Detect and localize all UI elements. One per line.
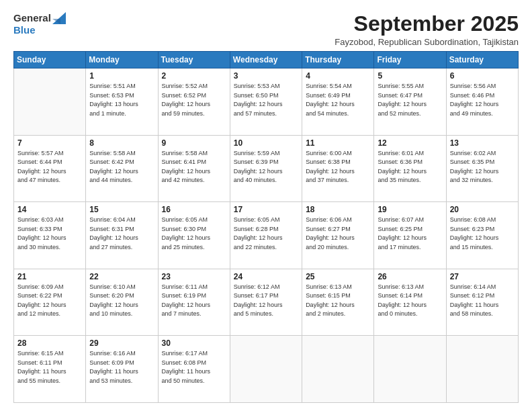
day-number: 13	[450, 138, 515, 148]
day-info: Sunrise: 6:13 AM Sunset: 6:14 PM Dayligh…	[378, 283, 442, 319]
day-info: Sunrise: 6:08 AM Sunset: 6:23 PM Dayligh…	[450, 216, 515, 252]
day-number: 21	[17, 272, 82, 281]
day-info: Sunrise: 6:12 AM Sunset: 6:17 PM Dayligh…	[234, 283, 298, 319]
header-friday: Friday	[374, 52, 446, 68]
table-row	[14, 68, 86, 136]
table-row: 27Sunrise: 6:14 AM Sunset: 6:12 PM Dayli…	[446, 269, 518, 336]
table-row	[302, 336, 374, 403]
day-info: Sunrise: 6:00 AM Sunset: 6:38 PM Dayligh…	[306, 149, 370, 185]
table-row: 7Sunrise: 5:57 AM Sunset: 6:44 PM Daylig…	[14, 135, 86, 202]
day-number: 5	[378, 71, 442, 81]
table-row: 2Sunrise: 5:52 AM Sunset: 6:52 PM Daylig…	[158, 68, 230, 136]
day-info: Sunrise: 6:06 AM Sunset: 6:27 PM Dayligh…	[306, 216, 370, 252]
table-row: 30Sunrise: 6:17 AM Sunset: 6:08 PM Dayli…	[158, 336, 230, 403]
day-number: 16	[162, 205, 226, 214]
header-sunday: Sunday	[14, 52, 86, 68]
table-row	[230, 336, 302, 403]
day-number: 1	[89, 71, 154, 81]
day-info: Sunrise: 6:05 AM Sunset: 6:28 PM Dayligh…	[234, 216, 298, 252]
header-thursday: Thursday	[302, 52, 374, 68]
logo-blue: Blue	[13, 24, 66, 36]
day-number: 22	[89, 272, 154, 281]
table-row: 21Sunrise: 6:09 AM Sunset: 6:22 PM Dayli…	[14, 269, 86, 336]
day-number: 14	[17, 205, 82, 214]
weekday-header-row: Sunday Monday Tuesday Wednesday Thursday…	[14, 52, 519, 68]
day-info: Sunrise: 5:55 AM Sunset: 6:47 PM Dayligh…	[378, 82, 442, 118]
logo-general: General	[13, 12, 51, 24]
day-number: 29	[89, 338, 154, 348]
table-row: 6Sunrise: 5:56 AM Sunset: 6:46 PM Daylig…	[446, 68, 518, 136]
logo: General Blue	[13, 12, 66, 36]
day-number: 4	[306, 71, 370, 81]
table-row: 16Sunrise: 6:05 AM Sunset: 6:30 PM Dayli…	[158, 202, 230, 269]
logo-triangle-icon	[52, 12, 66, 24]
calendar-table: Sunday Monday Tuesday Wednesday Thursday…	[13, 51, 519, 403]
header-tuesday: Tuesday	[158, 52, 230, 68]
day-number: 28	[17, 338, 82, 348]
day-number: 20	[450, 205, 515, 214]
table-row	[374, 336, 446, 403]
table-row: 24Sunrise: 6:12 AM Sunset: 6:17 PM Dayli…	[230, 269, 302, 336]
day-info: Sunrise: 5:58 AM Sunset: 6:41 PM Dayligh…	[162, 149, 226, 185]
day-number: 11	[306, 138, 370, 148]
location: Fayzobod, Republican Subordination, Taji…	[335, 37, 519, 47]
header-monday: Monday	[86, 52, 158, 68]
month-title: September 2025	[335, 12, 519, 36]
table-row: 13Sunrise: 6:02 AM Sunset: 6:35 PM Dayli…	[446, 135, 518, 202]
day-info: Sunrise: 6:15 AM Sunset: 6:11 PM Dayligh…	[17, 349, 82, 385]
table-row: 17Sunrise: 6:05 AM Sunset: 6:28 PM Dayli…	[230, 202, 302, 269]
day-info: Sunrise: 6:16 AM Sunset: 6:09 PM Dayligh…	[89, 349, 154, 385]
day-number: 24	[234, 272, 298, 281]
day-info: Sunrise: 6:14 AM Sunset: 6:12 PM Dayligh…	[450, 283, 515, 319]
day-info: Sunrise: 6:07 AM Sunset: 6:25 PM Dayligh…	[378, 216, 442, 252]
table-row: 28Sunrise: 6:15 AM Sunset: 6:11 PM Dayli…	[14, 336, 86, 403]
day-number: 12	[378, 138, 442, 148]
day-info: Sunrise: 5:54 AM Sunset: 6:49 PM Dayligh…	[306, 82, 370, 118]
day-number: 18	[306, 205, 370, 214]
day-number: 7	[17, 138, 82, 148]
day-number: 8	[89, 138, 154, 148]
table-row: 22Sunrise: 6:10 AM Sunset: 6:20 PM Dayli…	[86, 269, 158, 336]
table-row: 8Sunrise: 5:58 AM Sunset: 6:42 PM Daylig…	[86, 135, 158, 202]
day-number: 15	[89, 205, 154, 214]
table-row: 23Sunrise: 6:11 AM Sunset: 6:19 PM Dayli…	[158, 269, 230, 336]
day-info: Sunrise: 6:17 AM Sunset: 6:08 PM Dayligh…	[162, 349, 226, 385]
day-number: 25	[306, 272, 370, 281]
day-info: Sunrise: 5:56 AM Sunset: 6:46 PM Dayligh…	[450, 82, 515, 118]
day-number: 17	[234, 205, 298, 214]
header-saturday: Saturday	[446, 52, 518, 68]
table-row: 14Sunrise: 6:03 AM Sunset: 6:33 PM Dayli…	[14, 202, 86, 269]
day-info: Sunrise: 6:01 AM Sunset: 6:36 PM Dayligh…	[378, 149, 442, 185]
day-info: Sunrise: 5:59 AM Sunset: 6:39 PM Dayligh…	[234, 149, 298, 185]
day-info: Sunrise: 6:05 AM Sunset: 6:30 PM Dayligh…	[162, 216, 226, 252]
table-row: 12Sunrise: 6:01 AM Sunset: 6:36 PM Dayli…	[374, 135, 446, 202]
day-number: 30	[162, 338, 226, 348]
day-info: Sunrise: 6:02 AM Sunset: 6:35 PM Dayligh…	[450, 149, 515, 185]
day-number: 3	[234, 71, 298, 81]
header-wednesday: Wednesday	[230, 52, 302, 68]
header: General Blue September 2025 Fayzobod, Re…	[13, 12, 519, 47]
table-row: 5Sunrise: 5:55 AM Sunset: 6:47 PM Daylig…	[374, 68, 446, 136]
table-row: 25Sunrise: 6:13 AM Sunset: 6:15 PM Dayli…	[302, 269, 374, 336]
day-number: 9	[162, 138, 226, 148]
day-number: 19	[378, 205, 442, 214]
table-row: 9Sunrise: 5:58 AM Sunset: 6:41 PM Daylig…	[158, 135, 230, 202]
title-section: September 2025 Fayzobod, Republican Subo…	[335, 12, 519, 47]
day-number: 26	[378, 272, 442, 281]
day-number: 23	[162, 272, 226, 281]
day-number: 27	[450, 272, 515, 281]
page: General Blue September 2025 Fayzobod, Re…	[0, 0, 532, 411]
day-info: Sunrise: 6:13 AM Sunset: 6:15 PM Dayligh…	[306, 283, 370, 319]
table-row: 29Sunrise: 6:16 AM Sunset: 6:09 PM Dayli…	[86, 336, 158, 403]
table-row: 11Sunrise: 6:00 AM Sunset: 6:38 PM Dayli…	[302, 135, 374, 202]
day-info: Sunrise: 6:11 AM Sunset: 6:19 PM Dayligh…	[162, 283, 226, 319]
day-info: Sunrise: 5:57 AM Sunset: 6:44 PM Dayligh…	[17, 149, 82, 185]
day-info: Sunrise: 6:03 AM Sunset: 6:33 PM Dayligh…	[17, 216, 82, 252]
day-info: Sunrise: 5:52 AM Sunset: 6:52 PM Dayligh…	[162, 82, 226, 118]
table-row: 26Sunrise: 6:13 AM Sunset: 6:14 PM Dayli…	[374, 269, 446, 336]
day-info: Sunrise: 5:53 AM Sunset: 6:50 PM Dayligh…	[234, 82, 298, 118]
day-info: Sunrise: 6:04 AM Sunset: 6:31 PM Dayligh…	[89, 216, 154, 252]
table-row: 3Sunrise: 5:53 AM Sunset: 6:50 PM Daylig…	[230, 68, 302, 136]
day-number: 2	[162, 71, 226, 81]
table-row: 19Sunrise: 6:07 AM Sunset: 6:25 PM Dayli…	[374, 202, 446, 269]
